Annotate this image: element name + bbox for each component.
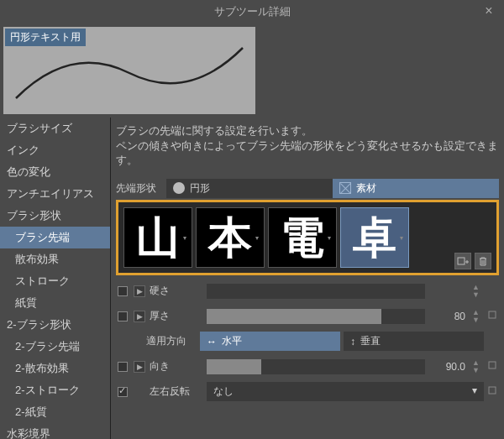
sidebar-item-0[interactable]: ブラシサイズ	[0, 118, 110, 139]
hardness-spinner[interactable]: ▲▼	[472, 284, 484, 299]
thickness-expand[interactable]: ▶	[134, 311, 145, 322]
window-title: サブツール詳細	[214, 4, 291, 19]
tile-dropdown-icon[interactable]: ▾	[328, 234, 334, 241]
thickness-label: 厚さ	[150, 309, 203, 323]
flip-link-icon[interactable]	[487, 385, 499, 398]
tile-char: 電	[281, 216, 324, 259]
flip-row: 左右反転 なし ▾	[116, 379, 499, 405]
material-tile-3[interactable]: 卓▾	[340, 207, 409, 268]
sidebar-item-8[interactable]: 紙質	[0, 292, 110, 314]
hardness-slider[interactable]	[207, 284, 425, 299]
preview-area: 円形テキスト用	[0, 24, 504, 118]
sidebar-item-3[interactable]: アンチエイリアス	[0, 183, 110, 205]
hardness-checkbox[interactable]	[118, 286, 128, 296]
material-label: 素材	[356, 181, 376, 196]
flip-select[interactable]: なし ▾	[207, 382, 484, 401]
tile-char: 卓	[353, 216, 396, 259]
direction-spinner[interactable]: ▲▼	[472, 359, 484, 374]
sidebar-item-12[interactable]: 2-ストローク	[0, 379, 110, 401]
sidebar-item-11[interactable]: 2-散布効果	[0, 358, 110, 379]
flip-checkbox[interactable]	[118, 387, 128, 397]
sidebar-item-6[interactable]: 散布効果	[0, 248, 110, 270]
direction-link-icon[interactable]	[487, 360, 499, 373]
sidebar-item-7[interactable]: ストローク	[0, 270, 110, 292]
circle-icon	[173, 182, 185, 194]
add-material-button[interactable]	[454, 253, 471, 269]
circle-label: 円形	[190, 181, 210, 196]
content-panel: ブラシの先端に関する設定を行います。 ペンの傾きや向きによってブラシ先端の形状を…	[110, 118, 504, 439]
thickness-row: ▶ 厚さ 80 ▲▼	[116, 304, 499, 329]
vertical-label: 垂直	[360, 334, 381, 348]
svg-rect-0	[458, 258, 465, 264]
title-bar: サブツール詳細 ×	[0, 0, 504, 24]
preview-stroke	[3, 27, 255, 114]
direction-row: ▶ 向き 90.0 ▲▼	[116, 354, 499, 379]
category-sidebar: ブラシサイズインク色の変化アンチエイリアスブラシ形状ブラシ先端散布効果ストローク…	[0, 118, 110, 439]
material-tiles: 山▾本▾電▾卓▾	[123, 207, 491, 268]
sidebar-item-5[interactable]: ブラシ先端	[0, 227, 110, 248]
chevron-down-icon: ▾	[472, 384, 477, 399]
direction-expand[interactable]: ▶	[134, 361, 145, 373]
tile-dropdown-icon[interactable]: ▾	[255, 234, 262, 241]
material-tile-1[interactable]: 本▾	[196, 207, 265, 268]
sidebar-item-4[interactable]: ブラシ形状	[0, 205, 110, 227]
tip-shape-circle[interactable]: 円形	[166, 179, 333, 198]
sidebar-item-1[interactable]: インク	[0, 139, 110, 161]
material-picker: 山▾本▾電▾卓▾	[116, 200, 499, 275]
sidebar-item-14[interactable]: 水彩境界	[0, 423, 110, 439]
delete-material-button[interactable]	[475, 253, 491, 269]
material-tile-2[interactable]: 電▾	[268, 207, 337, 268]
sidebar-item-2[interactable]: 色の変化	[0, 161, 110, 183]
apply-dir-horizontal[interactable]: ↔ 水平	[200, 332, 340, 351]
direction-slider[interactable]	[207, 359, 425, 374]
tile-char: 山	[136, 216, 180, 259]
apply-dir-label: 適用方向	[146, 334, 197, 348]
flip-value: なし	[213, 384, 234, 399]
direction-value: 90.0	[428, 361, 469, 373]
trash-icon	[477, 255, 489, 267]
hardness-row: ▶ 硬さ ▲▼	[116, 279, 499, 304]
description-text: ブラシの先端に関する設定を行います。 ペンの傾きや向きによってブラシ先端の形状を…	[116, 121, 499, 172]
add-icon	[457, 255, 469, 267]
sidebar-item-10[interactable]: 2-ブラシ先端	[0, 336, 110, 358]
hardness-expand[interactable]: ▶	[134, 285, 145, 297]
tile-dropdown-icon[interactable]: ▾	[183, 234, 190, 241]
thickness-slider[interactable]	[207, 309, 425, 324]
flip-label: 左右反転	[150, 384, 203, 399]
apply-dir-vertical[interactable]: ↕ 垂直	[344, 332, 484, 351]
material-tile-0[interactable]: 山▾	[123, 207, 192, 268]
tile-dropdown-icon[interactable]: ▾	[400, 234, 407, 241]
thickness-link-icon[interactable]	[487, 310, 499, 322]
direction-label: 向き	[150, 359, 203, 374]
svg-rect-2	[489, 362, 496, 368]
direction-checkbox[interactable]	[118, 362, 128, 372]
thickness-checkbox[interactable]	[118, 311, 128, 321]
material-icon	[339, 182, 351, 194]
sidebar-item-9[interactable]: 2-ブラシ形状	[0, 314, 110, 336]
tile-char: 本	[208, 216, 252, 259]
thickness-spinner[interactable]: ▲▼	[472, 309, 484, 324]
preview-box[interactable]: 円形テキスト用	[3, 27, 255, 114]
sidebar-item-13[interactable]: 2-紙質	[0, 401, 110, 423]
thickness-value: 80	[428, 311, 469, 322]
tip-shape-material[interactable]: 素材	[333, 179, 499, 198]
horizontal-label: 水平	[222, 334, 242, 348]
vertical-icon: ↕	[350, 336, 355, 348]
horizontal-icon: ↔	[207, 336, 217, 348]
apply-direction-row: 適用方向 ↔ 水平 ↕ 垂直	[116, 329, 499, 354]
svg-rect-1	[489, 311, 496, 318]
tip-shape-row: 先端形状 円形 素材	[116, 179, 499, 198]
svg-rect-3	[489, 387, 496, 394]
tip-shape-label: 先端形状	[116, 181, 166, 196]
hardness-label: 硬さ	[150, 284, 203, 298]
close-icon[interactable]: ×	[480, 3, 497, 20]
